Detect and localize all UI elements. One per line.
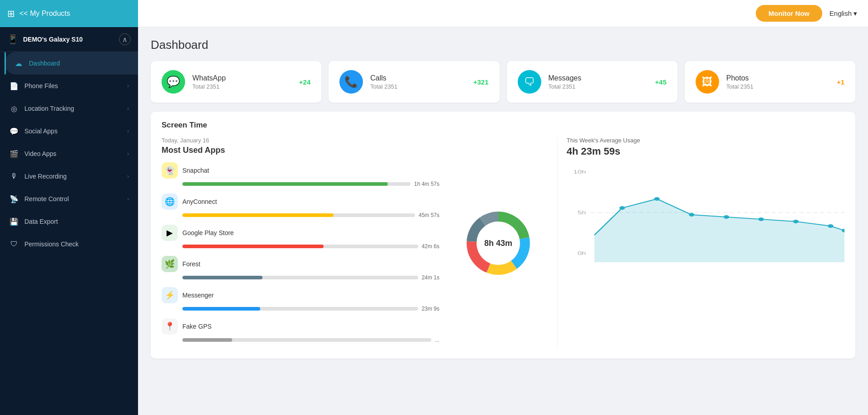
app-time: ...	[435, 337, 439, 343]
app-bar-row: 24m 1s	[162, 274, 439, 281]
donut-segment	[511, 237, 530, 269]
sidebar-item-label-phone-files: Phone Files	[24, 82, 127, 90]
sidebar-item-video-apps[interactable]: 🎬 Video Apps ›	[0, 142, 138, 165]
live-recording-icon: 🎙	[9, 171, 19, 181]
app-item-forest: 🌿 Forest 24m 1s	[162, 256, 439, 281]
sidebar-nav: ☁ Dashboard 📄 Phone Files › ◎ Location T…	[0, 52, 138, 255]
stat-card-messages: 🗨 Messages Total 2351 +45	[507, 61, 677, 103]
screen-time-title: Screen Time	[162, 121, 844, 130]
device-icon: 📱	[7, 34, 19, 45]
app-header: 🌿 Forest	[162, 256, 439, 272]
sidebar-item-label-remote-control: Remote Control	[24, 195, 127, 203]
apps-column: Today, January 16 Most Used Apps 👻 Snapc…	[162, 137, 439, 349]
sidebar-item-live-recording[interactable]: 🎙 Live Recording ›	[0, 165, 138, 188]
remote-control-icon: 📡	[9, 194, 19, 204]
date-label: Today, January 16	[162, 137, 439, 144]
app-bar-fill	[182, 245, 324, 248]
collapse-button[interactable]: ∧	[119, 33, 131, 45]
whatsapp-icon: 💬	[162, 70, 185, 94]
chevron-right-icon: ›	[127, 151, 129, 157]
svg-text:10h: 10h	[573, 169, 586, 174]
app-time: 23m 9s	[422, 306, 439, 312]
app-bar-bg	[182, 213, 415, 217]
app-header: ▶ Google Play Store	[162, 225, 439, 241]
stat-total: Total 2351	[726, 83, 830, 90]
chart-point	[654, 197, 659, 201]
stat-name: Calls	[370, 74, 466, 82]
svg-text:5h: 5h	[577, 210, 586, 215]
grid-icon: ⊞	[7, 8, 15, 19]
app-time: 45m 57s	[419, 212, 439, 218]
sidebar-item-remote-control[interactable]: 📡 Remote Control ›	[0, 188, 138, 210]
app-bar-row: 23m 9s	[162, 306, 439, 312]
calls-icon: 📞	[339, 70, 363, 94]
most-used-title: Most Used Apps	[162, 146, 439, 155]
donut-center-label: 8h 43m	[484, 239, 512, 248]
app-item-google-play-store: ▶ Google Play Store 42m 6s	[162, 225, 439, 250]
device-name: DEMO's Galaxy S10	[23, 36, 83, 43]
app-bar-row: 1h 4m 57s	[162, 181, 439, 187]
chevron-right-icon: ›	[127, 196, 129, 202]
app-header: 👻 Snapchat	[162, 162, 439, 179]
app-time: 24m 1s	[422, 274, 439, 281]
sidebar-item-label-social-apps: Social Apps	[24, 127, 127, 135]
app-item-fake-gps: 📍 Fake GPS ...	[162, 318, 439, 343]
chevron-right-icon: ›	[127, 173, 129, 179]
app-bar-bg	[182, 182, 410, 186]
page-title: Dashboard	[151, 38, 855, 52]
device-info: 📱 DEMO's Galaxy S10	[7, 34, 83, 45]
sidebar-item-phone-files[interactable]: 📄 Phone Files ›	[0, 75, 138, 97]
stat-delta: +45	[655, 78, 666, 86]
sidebar-item-permissions-check[interactable]: 🛡 Permissions Check	[0, 233, 138, 255]
app-bar-row: 42m 6s	[162, 243, 439, 250]
stat-name: WhatsApp	[192, 74, 292, 82]
weekly-avg-value: 4h 23m 59s	[567, 146, 844, 157]
language-selector[interactable]: English ▾	[830, 9, 857, 18]
stat-name: Photos	[726, 74, 830, 82]
topbar: Monitor Now English ▾	[138, 0, 868, 27]
app-bar-bg	[182, 307, 418, 311]
sidebar-header: ⊞ << My Products	[0, 0, 138, 27]
stats-row: 💬 WhatsApp Total 2351 +24 📞 Calls Total …	[151, 61, 855, 103]
location-tracking-icon: ◎	[9, 104, 19, 113]
dashboard-icon: ☁	[14, 58, 24, 68]
messages-icon: 🗨	[518, 70, 541, 94]
app-bar-bg	[182, 338, 431, 342]
chart-point	[828, 224, 833, 228]
donut-segment	[486, 261, 517, 275]
app-time: 1h 4m 57s	[414, 181, 439, 187]
app-icon: 📍	[162, 318, 178, 335]
stat-text-messages: Messages Total 2351	[548, 74, 648, 90]
apps-list: 👻 Snapchat 1h 4m 57s 🌐 AnyConnect 45m 57…	[162, 162, 439, 343]
sidebar-item-label-dashboard: Dashboard	[29, 60, 129, 67]
sidebar-item-label-data-export: Data Export	[24, 218, 129, 225]
app-bar-fill	[182, 182, 388, 186]
sidebar-item-location-tracking[interactable]: ◎ Location Tracking ›	[0, 97, 138, 120]
app-name: AnyConnect	[182, 198, 217, 205]
phone-files-icon: 📄	[9, 81, 19, 91]
sidebar: ⊞ << My Products 📱 DEMO's Galaxy S10 ∧ ☁…	[0, 0, 138, 415]
stat-text-whatsapp: WhatsApp Total 2351	[192, 74, 292, 90]
chevron-right-icon: ›	[127, 83, 129, 89]
chart-point	[758, 217, 764, 221]
app-bar-fill	[182, 276, 262, 279]
stat-total: Total 2351	[192, 83, 292, 90]
app-header: ⚡ Messenger	[162, 287, 439, 303]
monitor-now-button[interactable]: Monitor Now	[756, 5, 822, 22]
donut-chart: 8h 43m	[455, 200, 541, 286]
app-item-anyconnect: 🌐 AnyConnect 45m 57s	[162, 193, 439, 218]
chevron-right-icon: ›	[127, 128, 129, 134]
chart-point	[689, 213, 694, 217]
stat-card-photos: 🖼 Photos Total 2351 +1	[685, 61, 855, 103]
app-item-snapchat: 👻 Snapchat 1h 4m 57s	[162, 162, 439, 187]
stat-delta: +1	[837, 78, 844, 86]
stat-text-calls: Calls Total 2351	[370, 74, 466, 90]
chevron-right-icon: ›	[127, 105, 129, 112]
my-products-label: << My Products	[19, 9, 70, 18]
app-bar-bg	[182, 245, 418, 248]
app-name: Forest	[182, 260, 200, 268]
permissions-check-icon: 🛡	[9, 239, 19, 249]
sidebar-item-social-apps[interactable]: 💬 Social Apps ›	[0, 120, 138, 142]
sidebar-item-dashboard[interactable]: ☁ Dashboard	[5, 52, 138, 75]
sidebar-item-data-export[interactable]: 💾 Data Export	[0, 210, 138, 233]
